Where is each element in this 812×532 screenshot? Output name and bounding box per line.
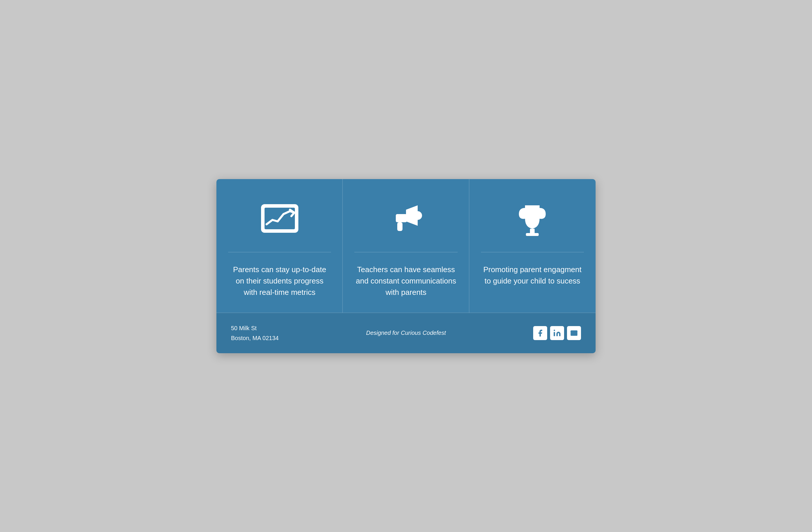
feature-col-metrics: Parents can stay up-to-date on their stu… xyxy=(216,179,343,313)
divider-2 xyxy=(354,252,457,252)
main-card: Parents can stay up-to-date on their stu… xyxy=(216,179,596,353)
footer-tagline: Designed for Curious Codefest xyxy=(348,330,464,336)
svg-rect-8 xyxy=(526,233,539,236)
footer-social xyxy=(464,326,581,340)
divider-1 xyxy=(228,252,331,252)
footer-address: 50 Milk St Boston, MA 02134 xyxy=(231,323,348,343)
svg-rect-4 xyxy=(396,214,407,222)
divider-3 xyxy=(481,252,584,252)
svg-point-9 xyxy=(554,330,555,331)
facebook-icon xyxy=(536,329,544,337)
trophy-icon xyxy=(515,202,550,238)
email-icon xyxy=(570,329,578,337)
feature-text-communications: Teachers can have seamless and constant … xyxy=(354,264,457,298)
svg-point-6 xyxy=(413,211,422,220)
features-section: Parents can stay up-to-date on their stu… xyxy=(216,179,596,313)
address-line2: Boston, MA 02134 xyxy=(231,333,348,343)
megaphone-icon-area xyxy=(389,197,423,243)
feature-col-engagement: Promoting parent engagment to guide your… xyxy=(469,179,596,313)
megaphone-icon xyxy=(389,204,423,236)
chart-icon xyxy=(261,204,299,236)
chart-icon-area xyxy=(261,197,299,243)
footer-section: 50 Milk St Boston, MA 02134 Designed for… xyxy=(216,313,596,353)
feature-col-communications: Teachers can have seamless and constant … xyxy=(343,179,469,313)
trophy-icon-area xyxy=(515,197,550,243)
email-button[interactable] xyxy=(567,326,581,340)
svg-rect-5 xyxy=(397,222,403,231)
feature-text-metrics: Parents can stay up-to-date on their stu… xyxy=(228,264,331,298)
linkedin-button[interactable] xyxy=(550,326,564,340)
facebook-button[interactable] xyxy=(533,326,547,340)
address-line1: 50 Milk St xyxy=(231,323,348,333)
linkedin-icon xyxy=(553,329,561,337)
feature-text-engagement: Promoting parent engagment to guide your… xyxy=(481,264,584,287)
